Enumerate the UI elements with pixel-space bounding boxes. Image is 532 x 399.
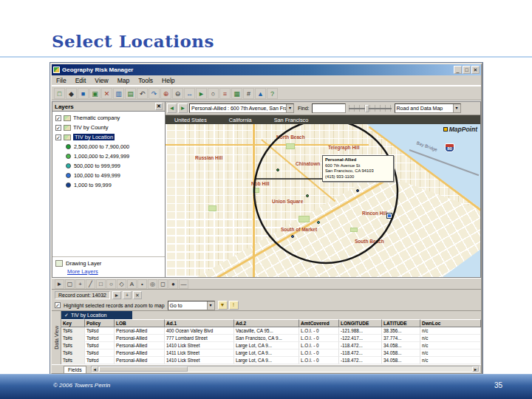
breadcrumb-item[interactable]: California: [229, 117, 252, 123]
print-icon[interactable]: ▣: [89, 88, 100, 99]
menu-item[interactable]: Map: [113, 77, 134, 84]
copy-icon[interactable]: ▥: [113, 88, 124, 99]
menu-item[interactable]: Edit: [71, 77, 91, 84]
zoom-rect-icon[interactable]: ▢: [65, 279, 75, 289]
map-canvas[interactable]: Bay Bridge 80 MapPoint Russian Hill Nort…: [166, 124, 480, 277]
undo-icon[interactable]: ↶: [137, 88, 148, 99]
menu-item[interactable]: View: [90, 77, 112, 84]
minimize-button[interactable]: _: [454, 66, 462, 74]
column-header[interactable]: Key: [61, 319, 85, 327]
column-header[interactable]: DwnLoc: [420, 319, 481, 327]
column-header[interactable]: LATITUDE: [382, 319, 420, 327]
table-row[interactable]: Ts#sTs#sdPersonal-Allied1410 Lick Street…: [61, 357, 481, 364]
layers-icon[interactable]: ≡: [219, 88, 231, 99]
chart-icon[interactable]: ▲: [255, 88, 266, 99]
table-row[interactable]: Ts#sTs#sdPersonal-Allied1410 Lick Street…: [61, 342, 481, 349]
redo-icon[interactable]: ↷: [149, 88, 160, 99]
text-icon[interactable]: A: [127, 279, 137, 289]
drawing-layer-item[interactable]: Drawing Layer: [55, 259, 162, 268]
ellipse-icon[interactable]: ○: [106, 279, 116, 289]
column-header[interactable]: LONGITUDE: [339, 319, 382, 327]
color-icon[interactable]: ●: [168, 279, 178, 289]
checkbox-icon[interactable]: [55, 134, 61, 140]
back-icon[interactable]: ◄: [167, 103, 177, 113]
pushpin-icon[interactable]: •: [137, 279, 147, 289]
zoom-slider[interactable]: [347, 103, 393, 113]
map-icon[interactable]: ▦: [231, 88, 242, 99]
radius-icon[interactable]: ◎: [148, 279, 157, 289]
filter-icon[interactable]: ▼: [218, 301, 228, 310]
table-row[interactable]: Ts#sTs#sdPersonal-Allied777 Lombard Stre…: [61, 335, 481, 342]
maximize-button[interactable]: □: [463, 66, 471, 74]
menu-item[interactable]: Tools: [134, 77, 157, 84]
more-layers-link[interactable]: More Layers: [55, 268, 162, 275]
goto-dropdown[interactable]: Go to ▾: [168, 301, 215, 310]
find-icon[interactable]: ○: [208, 88, 219, 99]
column-header[interactable]: Policy: [85, 319, 115, 327]
zoom-slider-thumb[interactable]: [365, 105, 369, 112]
horizontal-scrollbar[interactable]: [91, 366, 480, 372]
scrollbar-thumb[interactable]: [99, 366, 188, 372]
chevron-down-icon[interactable]: ▾: [207, 301, 214, 310]
table-cell: L.O.I. - 0: [299, 357, 339, 364]
table-row[interactable]: Ts#sTs#sdPersonal-Allied400 Ocean Valley…: [61, 327, 481, 335]
forward-icon[interactable]: ►: [178, 103, 188, 113]
delete-record-icon[interactable]: ✕: [133, 291, 142, 299]
column-header[interactable]: AmtCovered: [299, 319, 339, 327]
layer-item-tiv-by-county[interactable]: TIV by County: [52, 123, 165, 132]
help-icon[interactable]: ?: [267, 88, 278, 99]
table-row[interactable]: Ts#sTs#sdPersonal-Allied1411 Lick Street…: [61, 349, 481, 357]
table-cell: Ts#sd: [85, 357, 115, 364]
map-style-dropdown[interactable]: Road and Data Map ▾: [395, 103, 461, 113]
polygon-icon[interactable]: ◇: [117, 279, 126, 289]
app-bottom-bar: Fields: [52, 364, 481, 373]
column-header[interactable]: Ad.2: [234, 319, 299, 327]
table-cell: 1411 Lick Street: [165, 349, 234, 357]
menu-item[interactable]: Help: [157, 77, 179, 84]
new-map-icon[interactable]: □: [54, 88, 65, 99]
select-arrow-icon[interactable]: ►: [55, 279, 64, 289]
breadcrumb-item[interactable]: San Francisco: [274, 117, 309, 123]
close-button[interactable]: ✕: [471, 66, 480, 74]
window-titlebar[interactable]: Geography Risk Manager _□✕: [52, 64, 481, 75]
flag-icon[interactable]: !: [229, 301, 239, 310]
checkbox-icon[interactable]: [55, 125, 61, 131]
select-icon[interactable]: ►: [196, 88, 207, 99]
table-icon[interactable]: #: [243, 88, 254, 99]
paste-icon[interactable]: ▤: [125, 88, 136, 99]
find-input[interactable]: [312, 103, 346, 113]
layer-item-thematic-company[interactable]: Thematic company: [52, 113, 165, 123]
menu-item[interactable]: File: [52, 77, 71, 84]
scroll-right-icon[interactable]: [472, 366, 479, 372]
cut-icon[interactable]: ✕: [101, 88, 112, 99]
pan-icon[interactable]: ↔: [184, 88, 195, 99]
add-record-icon[interactable]: +: [123, 291, 132, 299]
address-dropdown[interactable]: Personal-Allied : 600 7th Avenue, San Fr…: [189, 103, 294, 113]
measure-icon[interactable]: —: [179, 279, 188, 289]
table-cell: Ts#s: [61, 342, 85, 349]
highlight-checkbox[interactable]: [55, 302, 61, 308]
checkbox-icon[interactable]: [55, 115, 61, 121]
close-icon[interactable]: ✕: [155, 103, 163, 110]
scroll-left-icon[interactable]: [92, 366, 98, 372]
data-view-tab[interactable]: Data View: [52, 311, 61, 364]
prev-record-icon[interactable]: ►: [112, 291, 121, 299]
column-header[interactable]: Ad.1: [165, 319, 234, 327]
chevron-down-icon[interactable]: ▾: [453, 104, 460, 112]
open-icon[interactable]: ◆: [66, 88, 77, 99]
fields-tab[interactable]: Fields: [64, 366, 86, 373]
record-count: Record count: 14032: [55, 291, 110, 299]
chevron-down-icon[interactable]: ▾: [286, 104, 293, 112]
pan-hand-icon[interactable]: +: [75, 279, 85, 289]
zoom-out-icon[interactable]: ⊖: [172, 88, 183, 99]
zoom-in-icon[interactable]: ⊕: [160, 88, 171, 99]
layer-item-tiv-by-location[interactable]: TIV by Location: [52, 132, 165, 142]
eraser-icon[interactable]: ◻: [158, 279, 168, 289]
table-tab-tiv-by-location[interactable]: TIV by Location: [61, 311, 132, 319]
line-icon[interactable]: ╱: [86, 279, 95, 289]
rectangle-icon[interactable]: □: [96, 279, 106, 289]
title-divider: [0, 56, 532, 58]
save-icon[interactable]: ■: [78, 88, 89, 99]
breadcrumb-item[interactable]: United States: [174, 117, 207, 123]
column-header[interactable]: LOB: [115, 319, 165, 327]
